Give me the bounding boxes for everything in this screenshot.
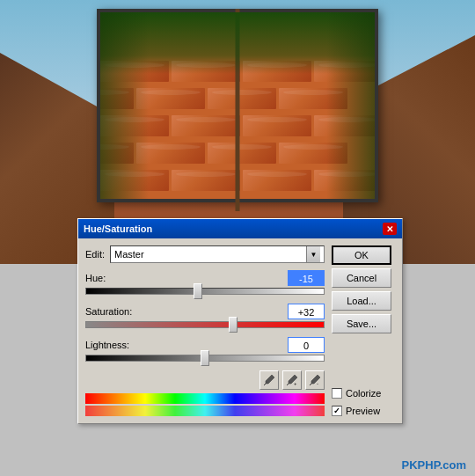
hue-thumb[interactable] (194, 283, 202, 299)
lightness-thumb[interactable] (201, 350, 209, 366)
dialog-right-panel: OK Cancel Load... Save... Colorize ✓ Pre… (332, 245, 395, 416)
svg-line-0 (264, 384, 266, 385)
edit-dropdown-value: Master (114, 249, 144, 260)
eyedropper-minus-icon[interactable]: - (305, 370, 325, 390)
cancel-button[interactable]: Cancel (332, 268, 391, 288)
spectrum-top-bar (85, 393, 325, 404)
saturation-header: Saturation: +32 (85, 304, 325, 319)
ok-button[interactable]: OK (332, 245, 391, 265)
dialog-titlebar: Hue/Saturation ✕ (78, 219, 402, 238)
lightness-value[interactable]: 0 (288, 337, 325, 353)
colorize-label: Colorize (346, 388, 381, 399)
watermark: PKPHP.com (402, 458, 466, 472)
svg-line-1 (287, 384, 289, 385)
edit-label: Edit: (85, 249, 105, 260)
hue-value[interactable]: -15 (288, 270, 325, 286)
saturation-slider-row: Saturation: +32 (85, 304, 325, 328)
preview-label: Preview (346, 406, 380, 416)
colorize-checkbox[interactable] (332, 388, 342, 399)
icons-row: + - (85, 370, 325, 390)
lightness-track[interactable] (85, 355, 325, 362)
eyedropper-icon[interactable] (259, 370, 279, 390)
hue-saturation-dialog: Hue/Saturation ✕ Edit: Master ▼ Hue: -15 (77, 218, 403, 424)
edit-row: Edit: Master ▼ (85, 245, 325, 263)
edit-dropdown[interactable]: Master ▼ (110, 245, 325, 263)
lightness-label: Lightness: (85, 340, 129, 350)
hue-header: Hue: -15 (85, 270, 325, 286)
load-button[interactable]: Load... (332, 291, 391, 311)
vines-right (326, 12, 375, 199)
preview-row: ✓ Preview (332, 406, 395, 416)
saturation-label: Saturation: (85, 306, 132, 317)
dialog-left-panel: Edit: Master ▼ Hue: -15 Saturati (85, 245, 325, 416)
hue-label: Hue: (85, 273, 106, 283)
dialog-body: Edit: Master ▼ Hue: -15 Saturati (78, 238, 402, 423)
eyedropper-plus-icon[interactable]: + (282, 370, 302, 390)
close-button[interactable]: ✕ (383, 223, 397, 235)
svg-text:-: - (317, 381, 318, 386)
saturation-track[interactable] (85, 321, 325, 328)
saturation-value[interactable]: +32 (288, 304, 325, 319)
vines-left (100, 12, 149, 199)
dropdown-arrow-icon: ▼ (306, 246, 320, 262)
colorize-row: Colorize (332, 388, 395, 399)
spectrum-bottom-bar (85, 406, 325, 416)
svg-line-3 (310, 384, 311, 385)
saturation-thumb[interactable] (229, 317, 238, 333)
canvas-easel (88, 9, 387, 229)
hue-slider-row: Hue: -15 (85, 270, 325, 295)
hue-track[interactable] (85, 288, 325, 295)
svg-text:+: + (294, 381, 297, 386)
lightness-slider-row: Lightness: 0 (85, 337, 325, 362)
save-button[interactable]: Save... (332, 314, 391, 333)
spectrum-container (85, 393, 325, 416)
preview-checkbox[interactable]: ✓ (332, 406, 342, 416)
dialog-title: Hue/Saturation (84, 223, 152, 234)
